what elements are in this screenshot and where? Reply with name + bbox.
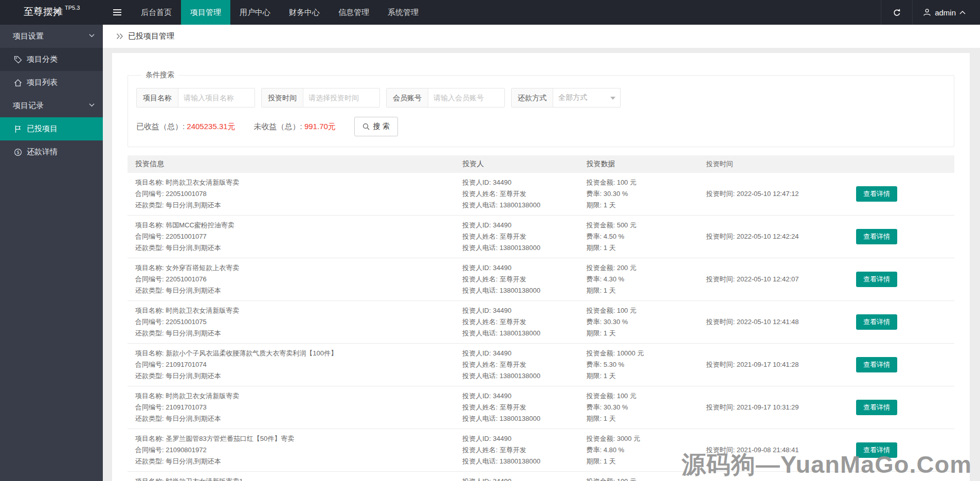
- topnav-item-messages[interactable]: 信息管理: [329, 0, 378, 25]
- repay-type: 还款类型: 每日分润,到期还本: [135, 200, 462, 211]
- investor-cell: 投资人ID: 34490投资人姓名: 至尊开发投资人电话: 1380013800…: [462, 390, 586, 424]
- invest-time-cell: 投资时间: 2021-09-17 10:31:29: [706, 403, 851, 412]
- repay-type: 还款类型: 每日分润,到期还本: [135, 370, 462, 382]
- invest-info-cell: 项目名称: 圣罗兰圆管83方管烂番茄口红【50件】寄卖合同编号: 2109080…: [128, 433, 462, 467]
- investor-name: 投资人姓名: 至尊开发: [462, 402, 586, 413]
- view-detail-button[interactable]: 查看详情: [856, 357, 897, 372]
- sidebar-item-project-list[interactable]: 项目列表: [0, 71, 103, 94]
- table-row: 项目名称: 新款小个子风衣温柔收腰薄款气质大衣寄卖利润【100件】合同编号: 2…: [128, 344, 954, 386]
- investor-id: 投资人ID: 34490: [462, 305, 586, 316]
- view-detail-button[interactable]: 查看详情: [856, 272, 897, 287]
- topnav-item-dashboard[interactable]: 后台首页: [132, 0, 181, 25]
- chevron-down-icon: [89, 103, 95, 107]
- repay-method-field-group: 还款方式 全部方式: [511, 88, 621, 108]
- table-row: 项目名称: 时尚款卫衣女清新版寄卖合同编号: 22051001078还款类型: …: [128, 173, 954, 216]
- search-button[interactable]: 搜 索: [354, 117, 398, 136]
- invest-amount: 投资金额: 100 元: [586, 177, 706, 188]
- search-icon: [362, 123, 370, 130]
- top-bar: 至尊摆摊 TP5.3 后台首页 项目管理 用户中心 财务中心 信息管理 系统管理…: [0, 0, 980, 25]
- invest-amount: 投资金额: 10000 元: [586, 348, 706, 359]
- investor-phone: 投资人电话: 13800138000: [462, 328, 586, 339]
- flag-icon: [14, 125, 22, 133]
- investor-phone: 投资人电话: 13800138000: [462, 285, 586, 296]
- contract-no: 合同编号: 21090801972: [135, 444, 462, 456]
- search-form: 项目名称 投资时间 会员账号 还款方式: [136, 88, 946, 108]
- invest-info-cell: 项目名称: 时尚款卫衣女清新版寄卖1合同编号: 21090801071还款类型:…: [128, 476, 462, 481]
- investor-id: 投资人ID: 34490: [462, 433, 586, 444]
- header-invest-data: 投资数据: [586, 159, 706, 169]
- view-detail-button[interactable]: 查看详情: [856, 442, 897, 458]
- user-menu[interactable]: admin: [913, 0, 980, 25]
- sidebar-item-label: 项目分类: [27, 55, 58, 64]
- repay-method-select[interactable]: 全部方式: [553, 88, 620, 107]
- repay-type: 还款类型: 每日分润,到期还本: [135, 242, 462, 254]
- repay-type: 还款类型: 每日分润,到期还本: [135, 328, 462, 339]
- contract-no: 合同编号: 21091701073: [135, 402, 462, 413]
- repay-type: 还款类型: 每日分润,到期还本: [135, 456, 462, 467]
- contract-no: 合同编号: 21091701074: [135, 359, 462, 370]
- investor-phone: 投资人电话: 13800138000: [462, 456, 586, 467]
- table-row: 项目名称: 时尚款卫衣女清新版寄卖合同编号: 22051001075还款类型: …: [128, 301, 954, 344]
- sidebar-group-project-settings[interactable]: 项目设置: [0, 25, 103, 48]
- invest-rate: 费率: 30.30 %: [586, 316, 706, 328]
- repay-method-value: 全部方式: [558, 93, 587, 102]
- invest-rate: 费率: 4.30 %: [586, 274, 706, 285]
- table-row: 项目名称: 时尚款卫衣女清新版寄卖1合同编号: 21090801071还款类型:…: [128, 472, 954, 481]
- contract-no: 合同编号: 22051001075: [135, 316, 462, 328]
- project-name-label: 项目名称: [137, 88, 178, 107]
- content: 条件搜索 项目名称 投资时间 会员账号: [103, 48, 980, 481]
- tag-icon: [14, 56, 22, 64]
- topnav-item-users[interactable]: 用户中心: [230, 0, 280, 25]
- invest-amount: 投资金额: 200 元: [586, 262, 706, 274]
- sidebar-item-label: 还款详情: [27, 147, 58, 157]
- view-detail-button[interactable]: 查看详情: [856, 229, 897, 244]
- invest-data-cell: 投资金额: 100 元费率: 30.30 %期限: 1 天: [586, 390, 706, 424]
- sidebar-item-label: 项目列表: [27, 78, 58, 87]
- sidebar-item-invested-projects[interactable]: 已投项目: [0, 117, 103, 140]
- invest-info-cell: 项目名称: 新款小个子风衣温柔收腰薄款气质大衣寄卖利润【100件】合同编号: 2…: [128, 348, 462, 382]
- contract-no: 合同编号: 22051001078: [135, 188, 462, 200]
- invest-term: 期限: 1 天: [586, 200, 706, 211]
- header-invest-time: 投资时间: [706, 159, 851, 169]
- action-cell: 查看详情: [851, 442, 954, 458]
- investor-cell: 投资人ID: 34490投资人姓名: 至尊开发投资人电话: 1380013800…: [462, 305, 586, 339]
- invest-time-cell: 投资时间: 2021-09-17 10:41:28: [706, 360, 851, 369]
- invest-data-cell: 投资金额: 200 元费率: 4.30 %期限: 1 天: [586, 262, 706, 296]
- invest-rate: 费率: 4.80 %: [586, 444, 706, 456]
- invest-time-cell: 投资时间: 2021-09-08 21:48:41: [706, 446, 851, 455]
- sidebar-item-repayment-details[interactable]: $ 还款详情: [0, 140, 103, 164]
- project-name-input[interactable]: [178, 88, 255, 107]
- investor-id: 投资人ID: 34490: [462, 177, 586, 188]
- page-title: 已投项目管理: [128, 31, 174, 41]
- header-invest-info: 投资信息: [128, 159, 462, 169]
- view-detail-button[interactable]: 查看详情: [856, 186, 897, 202]
- topnav-item-projects[interactable]: 项目管理: [181, 0, 230, 25]
- topnav-item-finance[interactable]: 财务中心: [280, 0, 329, 25]
- search-button-label: 搜 索: [373, 122, 390, 131]
- sidebar-group-project-records[interactable]: 项目记录: [0, 94, 103, 117]
- sidebar-item-project-category[interactable]: 项目分类: [0, 48, 103, 71]
- investor-name: 投资人姓名: 至尊开发: [462, 188, 586, 200]
- investor-phone: 投资人电话: 13800138000: [462, 413, 586, 424]
- invest-time-input[interactable]: [303, 88, 379, 107]
- action-cell: 查看详情: [851, 186, 954, 202]
- invest-data-cell: 投资金额: 10000 元费率: 5.30 %期限: 1 天: [586, 348, 706, 382]
- investor-id: 投资人ID: 34490: [462, 220, 586, 231]
- investor-phone: 投资人电话: 13800138000: [462, 242, 586, 254]
- invest-data-cell: 投资金额: 100 元费率: 30.30 %期限: 1 天: [586, 177, 706, 211]
- sidebar-toggle-button[interactable]: [103, 0, 132, 25]
- view-detail-button[interactable]: 查看详情: [856, 314, 897, 330]
- top-menu: 后台首页 项目管理 用户中心 财务中心 信息管理 系统管理: [132, 0, 428, 25]
- sidebar-group-label: 项目记录: [13, 101, 44, 111]
- action-cell: 查看详情: [851, 357, 954, 372]
- view-detail-button[interactable]: 查看详情: [856, 400, 897, 415]
- invest-amount: 投资金额: 100 元: [586, 390, 706, 402]
- topnav-item-system[interactable]: 系统管理: [378, 0, 428, 25]
- search-fieldset: 条件搜索 项目名称 投资时间 会员账号: [128, 70, 954, 147]
- invest-amount: 投资金额: 100 元: [586, 305, 706, 316]
- contract-no: 合同编号: 22051001077: [135, 231, 462, 242]
- invest-term: 期限: 1 天: [586, 285, 706, 296]
- refresh-button[interactable]: [881, 0, 913, 25]
- member-account-input[interactable]: [428, 88, 504, 107]
- search-legend: 条件搜索: [141, 70, 178, 80]
